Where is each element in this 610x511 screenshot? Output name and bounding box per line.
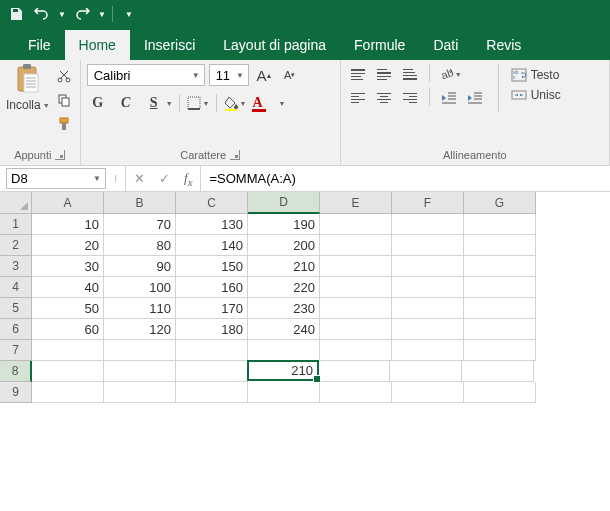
cell-F2[interactable] [392,235,464,256]
save-icon[interactable] [4,2,28,26]
cell-F1[interactable] [392,214,464,235]
cell-F6[interactable] [392,319,464,340]
column-header-B[interactable]: B [104,192,176,214]
bold-button[interactable]: G [87,92,109,114]
cell-B5[interactable]: 110 [104,298,176,319]
shrink-font-button[interactable]: A▾ [279,64,301,86]
increase-indent-button[interactable] [464,88,486,108]
formula-input[interactable]: =SOMMA(A:A) [201,166,610,191]
cell-A6[interactable]: 60 [32,319,104,340]
cell-D2[interactable]: 200 [248,235,320,256]
row-header-6[interactable]: 6 [0,319,32,340]
cell-D6[interactable]: 240 [248,319,320,340]
cell-G5[interactable] [464,298,536,319]
cell-A1[interactable]: 10 [32,214,104,235]
row-header-9[interactable]: 9 [0,382,32,403]
cell-F4[interactable] [392,277,464,298]
column-header-A[interactable]: A [32,192,104,214]
cell-A5[interactable]: 50 [32,298,104,319]
cell-D4[interactable]: 220 [248,277,320,298]
cell-F9[interactable] [392,382,464,403]
column-header-F[interactable]: F [392,192,464,214]
align-center-button[interactable] [373,88,395,108]
redo-button[interactable] [70,2,94,26]
decrease-indent-button[interactable] [438,88,460,108]
cell-C6[interactable]: 180 [176,319,248,340]
row-header-3[interactable]: 3 [0,256,32,277]
cell-A8[interactable] [32,361,104,382]
cell-E1[interactable] [320,214,392,235]
format-painter-button[interactable] [54,114,74,134]
cell-D5[interactable]: 230 [248,298,320,319]
font-name-combo[interactable]: Calibri▼ [87,64,205,86]
cut-button[interactable] [54,66,74,86]
cell-C7[interactable] [176,340,248,361]
cell-D8[interactable]: 210 [247,360,319,381]
cell-C5[interactable]: 170 [176,298,248,319]
cell-E4[interactable] [320,277,392,298]
copy-button[interactable] [54,90,74,110]
cell-B4[interactable]: 100 [104,277,176,298]
clipboard-launcher[interactable] [55,150,65,160]
name-box[interactable]: D8▼ [6,168,106,189]
customize-qat-dropdown[interactable]: ▼ [117,2,141,26]
tab-page-layout[interactable]: Layout di pagina [209,30,340,60]
cell-A3[interactable]: 30 [32,256,104,277]
column-header-C[interactable]: C [176,192,248,214]
grow-font-button[interactable]: A▴ [253,64,275,86]
cell-F7[interactable] [392,340,464,361]
cell-G1[interactable] [464,214,536,235]
cell-E3[interactable] [320,256,392,277]
cell-F3[interactable] [392,256,464,277]
cell-G9[interactable] [464,382,536,403]
cell-C1[interactable]: 130 [176,214,248,235]
cell-G8[interactable] [462,361,534,382]
cell-D7[interactable] [248,340,320,361]
row-header-1[interactable]: 1 [0,214,32,235]
cell-G4[interactable] [464,277,536,298]
align-right-button[interactable] [399,88,421,108]
cell-A7[interactable] [32,340,104,361]
align-middle-button[interactable] [373,64,395,84]
tab-formulas[interactable]: Formule [340,30,419,60]
cell-C2[interactable]: 140 [176,235,248,256]
cell-B7[interactable] [104,340,176,361]
row-header-7[interactable]: 7 [0,340,32,361]
undo-button[interactable] [30,2,54,26]
cell-B2[interactable]: 80 [104,235,176,256]
font-size-combo[interactable]: 11▼ [209,64,249,86]
cell-C8[interactable] [176,361,248,382]
cell-B9[interactable] [104,382,176,403]
cell-D9[interactable] [248,382,320,403]
cancel-formula-button[interactable]: ✕ [134,171,145,186]
tab-review[interactable]: Revis [472,30,535,60]
formula-bar-expand[interactable]: ⁞ [106,166,126,191]
align-bottom-button[interactable] [399,64,421,84]
cell-G6[interactable] [464,319,536,340]
cell-E8[interactable] [318,361,390,382]
cell-F5[interactable] [392,298,464,319]
underline-button[interactable]: S▼ [143,92,173,114]
tab-file[interactable]: File [14,30,65,60]
column-header-G[interactable]: G [464,192,536,214]
cell-G3[interactable] [464,256,536,277]
orientation-button[interactable]: ab▼ [438,64,462,84]
cell-C4[interactable]: 160 [176,277,248,298]
cell-C9[interactable] [176,382,248,403]
select-all-corner[interactable] [0,192,32,214]
cell-E2[interactable] [320,235,392,256]
cell-D1[interactable]: 190 [248,214,320,235]
cell-E5[interactable] [320,298,392,319]
tab-data[interactable]: Dati [419,30,472,60]
redo-dropdown[interactable]: ▼ [96,2,108,26]
row-header-8[interactable]: 8 [0,361,32,382]
row-header-2[interactable]: 2 [0,235,32,256]
cell-E6[interactable] [320,319,392,340]
cell-B8[interactable] [104,361,176,382]
column-header-E[interactable]: E [320,192,392,214]
align-left-button[interactable] [347,88,369,108]
row-header-4[interactable]: 4 [0,277,32,298]
paste-button[interactable]: Incolla▼ [6,64,50,147]
cell-F8[interactable] [390,361,462,382]
fill-color-button[interactable]: ▼ [223,95,247,111]
